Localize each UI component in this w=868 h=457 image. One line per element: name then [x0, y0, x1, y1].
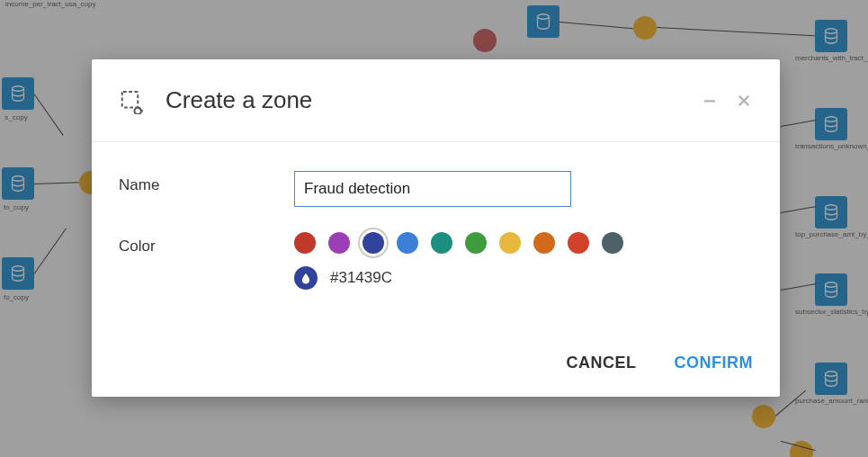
confirm-button[interactable]: CONFIRM	[673, 348, 756, 378]
color-swatch[interactable]	[602, 232, 623, 254]
color-swatch[interactable]	[362, 232, 384, 254]
minimize-button[interactable]	[701, 92, 719, 110]
color-label: Color	[119, 232, 294, 255]
color-swatch[interactable]	[568, 232, 589, 254]
cancel-button[interactable]: CANCEL	[565, 348, 639, 378]
modal-title: Create a zone	[166, 86, 685, 114]
name-row: Name	[119, 171, 753, 207]
color-swatch[interactable]	[294, 232, 316, 254]
svg-rect-1	[704, 100, 715, 102]
modal-body: Name Color #31439C	[92, 142, 780, 334]
selected-color-hex: #31439C	[330, 269, 392, 287]
color-swatch[interactable]	[328, 232, 350, 254]
close-button[interactable]	[735, 92, 753, 110]
color-row: Color #31439C	[119, 232, 753, 290]
custom-color-line: #31439C	[294, 266, 753, 290]
zone-icon	[119, 87, 146, 114]
color-swatch[interactable]	[397, 232, 418, 254]
create-zone-modal: Create a zone Name Color #31439C	[92, 59, 780, 397]
modal-footer: CANCEL CONFIRM	[92, 334, 780, 397]
color-swatch[interactable]	[499, 232, 521, 254]
color-swatch[interactable]	[431, 232, 452, 254]
zone-name-input[interactable]	[294, 171, 571, 207]
custom-color-button[interactable]	[294, 266, 318, 290]
color-swatch[interactable]	[533, 232, 555, 254]
color-swatch[interactable]	[465, 232, 487, 254]
name-label: Name	[119, 171, 294, 194]
color-swatches	[294, 232, 753, 254]
modal-header: Create a zone	[92, 59, 780, 142]
svg-rect-0	[122, 92, 139, 108]
